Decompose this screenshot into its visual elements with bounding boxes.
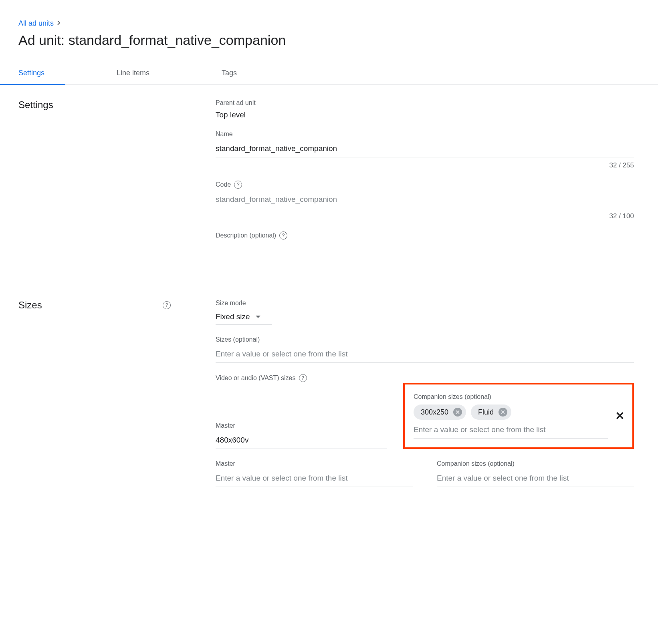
vast-sizes-label: Video or audio (VAST) sizes ? [216,374,634,382]
breadcrumb: All ad units [18,19,658,28]
name-input[interactable] [216,142,634,157]
master-label: Master [216,422,387,429]
close-icon[interactable]: ✕ [615,411,624,422]
chip-300x250: 300x250 [414,405,466,420]
name-counter: 32 / 255 [216,161,634,169]
tab-settings[interactable]: Settings [18,62,44,85]
breadcrumb-all-ad-units[interactable]: All ad units [18,19,54,28]
chip-remove-icon[interactable] [453,408,462,417]
caret-down-icon [256,316,260,318]
tab-line-items[interactable]: Line items [117,62,149,85]
chip-fluid: Fluid [471,405,511,420]
sizes-heading: Sizes [18,300,42,311]
companion-sizes-label-2: Companion sizes (optional) [437,460,634,467]
code-label: Code ? [216,181,634,189]
companion-sizes-input[interactable] [414,423,608,439]
master-input-2[interactable] [216,471,413,487]
help-icon[interactable]: ? [163,301,171,309]
sizes-label: Sizes (optional) [216,336,634,343]
description-input[interactable] [216,244,634,259]
master-input[interactable] [216,433,387,449]
highlight-box: Companion sizes (optional) 300x250 Fluid [403,383,634,449]
settings-section: Settings Parent ad unit Top level Name 3… [0,85,658,285]
name-label: Name [216,131,634,138]
companion-sizes-input-2[interactable] [437,471,634,487]
code-counter: 32 / 100 [216,212,634,220]
help-icon[interactable]: ? [299,374,307,382]
size-mode-label: Size mode [216,300,634,307]
parent-ad-unit-label: Parent ad unit [216,99,634,107]
parent-ad-unit-value: Top level [216,111,634,119]
help-icon[interactable]: ? [234,181,242,189]
companion-sizes-label: Companion sizes (optional) [414,393,608,400]
help-icon[interactable]: ? [279,231,287,239]
description-label: Description (optional) ? [216,231,634,239]
sizes-input[interactable] [216,347,634,363]
size-mode-dropdown[interactable]: Fixed size [216,311,272,325]
tab-bar: Settings Line items Tags [0,62,658,85]
sizes-section: Sizes ? Size mode Fixed size Sizes (opti… [0,285,658,513]
page-title: Ad unit: standard_format_native_companio… [18,32,658,48]
master-label-2: Master [216,460,413,467]
settings-heading: Settings [18,99,53,111]
chip-remove-icon[interactable] [499,408,507,417]
chevron-right-icon [57,20,61,27]
tab-tags[interactable]: Tags [222,62,237,85]
code-input [216,193,634,208]
